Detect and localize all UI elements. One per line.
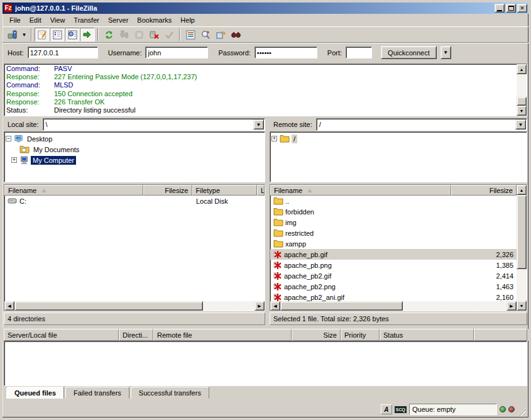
- scrollbar-thumb[interactable]: [517, 195, 527, 269]
- column-remote-file[interactable]: Remote file: [153, 329, 292, 341]
- find-files-button[interactable]: [228, 28, 243, 41]
- remote-row[interactable]: img: [270, 217, 517, 228]
- remote-row[interactable]: apache_pb2.png1,463: [270, 281, 517, 292]
- scroll-up-icon[interactable]: ▲: [517, 185, 527, 195]
- tree-node-my-computer[interactable]: + My Computer: [6, 155, 263, 165]
- local-site-combo[interactable]: \ ▼: [43, 118, 265, 131]
- local-row-c-drive[interactable]: C: Local Disk: [4, 196, 265, 206]
- toolbar-separator: [31, 28, 32, 41]
- remote-row[interactable]: apache_pb.png1,385: [270, 260, 517, 270]
- filezilla-logo-icon: Fz: [4, 4, 13, 13]
- remote-row[interactable]: ..: [270, 196, 517, 206]
- scrollbar-thumb[interactable]: [517, 97, 527, 106]
- port-input[interactable]: [346, 47, 372, 58]
- host-input[interactable]: [28, 47, 98, 58]
- scrollbar-thumb[interactable]: [14, 301, 203, 311]
- expand-icon[interactable]: +: [11, 157, 17, 163]
- toolbar-separator: [179, 28, 180, 41]
- toggle-local-tree-button[interactable]: [50, 28, 65, 41]
- toggle-log-button[interactable]: [35, 28, 50, 41]
- filter-button[interactable]: [183, 28, 198, 41]
- remote-row-selected[interactable]: apache_pb.gif2,326: [270, 249, 517, 260]
- remote-row[interactable]: restricted: [270, 228, 517, 238]
- process-queue-button[interactable]: [116, 28, 131, 41]
- remote-row[interactable]: apache_pb2_ani.gif2,160: [270, 292, 517, 301]
- cancel-operation-button[interactable]: [131, 28, 146, 41]
- remote-row[interactable]: apache_pb2.gif2,414: [270, 270, 517, 281]
- local-list-body[interactable]: C: Local Disk: [4, 196, 265, 301]
- minimize-button[interactable]: [495, 4, 505, 13]
- column-last-modified[interactable]: L: [257, 185, 265, 196]
- menu-view[interactable]: View: [46, 15, 70, 25]
- column-filename[interactable]: Filename: [4, 185, 143, 196]
- vertical-splitter[interactable]: [265, 184, 270, 325]
- scroll-left-icon[interactable]: ◀: [270, 301, 280, 311]
- reconnect-icon: [164, 30, 175, 40]
- column-direction[interactable]: Directi...: [119, 329, 153, 341]
- transfer-type-indicator[interactable]: A: [381, 404, 392, 414]
- directory-comparison-button[interactable]: [198, 28, 213, 41]
- tree-node-desktop[interactable]: − Desktop: [6, 133, 263, 144]
- scrollbar-thumb[interactable]: [280, 301, 403, 311]
- menu-server[interactable]: Server: [104, 15, 133, 25]
- local-tree[interactable]: − Desktop My Documents + My Computer: [4, 131, 265, 182]
- toggle-remote-tree-button[interactable]: [65, 28, 80, 41]
- expand-icon[interactable]: +: [271, 136, 277, 141]
- speed-limit-indicator[interactable]: SCQ: [395, 406, 407, 413]
- toggle-queue-button[interactable]: [80, 28, 95, 41]
- synchronized-browsing-button[interactable]: [213, 28, 228, 41]
- menu-file[interactable]: File: [5, 15, 25, 25]
- scroll-right-icon[interactable]: ▶: [506, 301, 517, 311]
- queue-list[interactable]: [4, 341, 527, 386]
- disconnect-button[interactable]: [146, 28, 161, 41]
- menu-edit[interactable]: Edit: [25, 15, 46, 25]
- column-filesize[interactable]: Filesize: [451, 185, 517, 196]
- column-filesize[interactable]: Filesize: [143, 185, 192, 196]
- collapse-icon[interactable]: −: [6, 136, 11, 141]
- remote-vscrollbar[interactable]: ▲ ▼: [517, 185, 527, 311]
- resize-grip[interactable]: [517, 407, 526, 416]
- remote-row[interactable]: xampp: [270, 238, 517, 249]
- tree-node-my-documents[interactable]: My Documents: [6, 144, 263, 155]
- vertical-splitter[interactable]: [265, 118, 270, 182]
- menu-transfer[interactable]: Transfer: [69, 15, 104, 25]
- password-input[interactable]: [255, 47, 317, 58]
- remote-list-body[interactable]: .. forbidden img restricted xampp apache…: [270, 196, 517, 301]
- scroll-down-icon[interactable]: ▼: [517, 106, 527, 116]
- reconnect-button[interactable]: [161, 28, 177, 41]
- username-input[interactable]: [145, 47, 208, 58]
- site-manager-button[interactable]: [5, 28, 20, 41]
- scroll-left-icon[interactable]: ◀: [4, 301, 14, 311]
- site-manager-dropdown[interactable]: ▼: [20, 28, 28, 41]
- column-server-local-file[interactable]: Server/Local file: [4, 329, 119, 341]
- scroll-down-icon[interactable]: ▼: [517, 301, 527, 311]
- column-filetype[interactable]: Filetype: [192, 185, 258, 196]
- log-scrollbar[interactable]: ▲ ▼: [517, 64, 527, 116]
- log-line: Response:150 Connection accepted: [6, 90, 515, 98]
- tab-queued-files[interactable]: Queued files: [6, 387, 64, 399]
- remote-hscrollbar[interactable]: ◀ ▶: [270, 301, 517, 311]
- maximize-button[interactable]: [506, 4, 516, 13]
- column-filename[interactable]: Filename: [270, 185, 451, 196]
- menu-help[interactable]: Help: [176, 15, 199, 25]
- quickconnect-dropdown[interactable]: ▼: [441, 46, 451, 59]
- column-status[interactable]: Status: [380, 329, 474, 341]
- close-button[interactable]: ✕: [517, 4, 527, 13]
- quickconnect-button[interactable]: Quickconnect: [381, 46, 437, 59]
- combo-dropdown-icon[interactable]: ▼: [253, 119, 264, 130]
- local-hscrollbar[interactable]: ◀ ▶: [4, 301, 265, 311]
- refresh-button[interactable]: [101, 28, 116, 41]
- combo-dropdown-icon[interactable]: ▼: [515, 119, 526, 130]
- tab-successful-transfers[interactable]: Successful transfers: [131, 387, 209, 399]
- column-size[interactable]: Size: [292, 329, 341, 341]
- title-bar[interactable]: Fz john@127.0.0.1 - FileZilla ✕: [3, 3, 528, 14]
- tree-node-root[interactable]: + /: [271, 133, 525, 144]
- remote-row[interactable]: forbidden: [270, 206, 517, 217]
- scroll-up-icon[interactable]: ▲: [517, 64, 527, 74]
- menu-bookmarks[interactable]: Bookmarks: [133, 15, 176, 25]
- column-priority[interactable]: Priority: [341, 329, 380, 341]
- scroll-right-icon[interactable]: ▶: [255, 301, 265, 311]
- tab-failed-transfers[interactable]: Failed transfers: [65, 387, 129, 399]
- remote-site-combo[interactable]: / ▼: [316, 118, 527, 131]
- remote-tree[interactable]: + /: [270, 131, 527, 182]
